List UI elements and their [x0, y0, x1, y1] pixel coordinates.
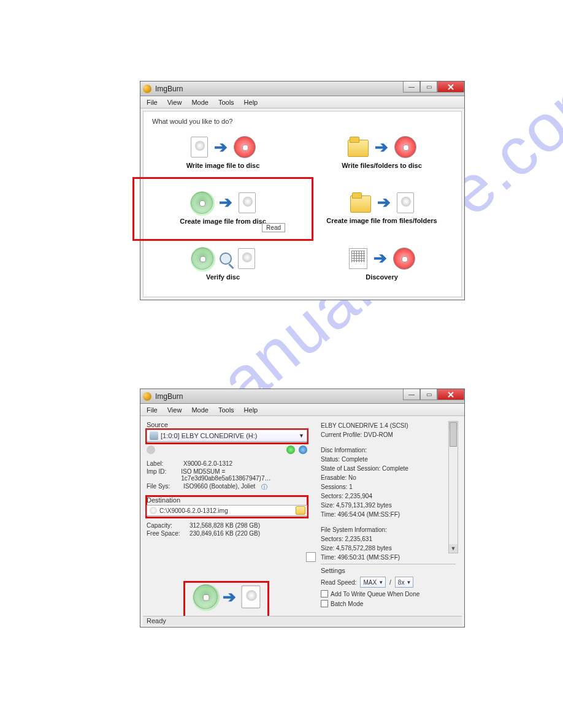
eject-icon[interactable] — [147, 446, 155, 454]
maximize-button[interactable]: ▭ — [420, 389, 437, 400]
close-icon — [448, 84, 454, 90]
mode-label: Write files/folders to disc — [342, 162, 422, 169]
start-read-button[interactable]: ➔ — [147, 586, 307, 608]
browse-button[interactable] — [296, 506, 305, 515]
capacity-key: Capacity: — [147, 522, 186, 529]
freespace-key: Free Space: — [147, 530, 186, 537]
info-status: Status: Complete — [321, 455, 456, 464]
info-fs-time: Time: 496:50:31 (MM:SS:FF) — [321, 553, 456, 562]
arrow-icon: ➔ — [219, 193, 232, 212]
app-icon — [143, 85, 151, 93]
client-area: What would you like to do? ➔ Write image… — [143, 111, 462, 297]
window-title: ImgBurn — [155, 392, 183, 401]
info-drive: ELBY CLONEDRIVE 1.4 (SCSI) — [321, 421, 456, 430]
magnify-icon — [220, 252, 232, 265]
mode-label: Create image file from disc — [180, 218, 266, 225]
info-disc-header: Disc Information: — [321, 446, 456, 455]
grid-icon — [349, 248, 367, 269]
capacity-value: 312,568,828 KB (298 GB) — [190, 522, 260, 529]
batch-mode-checkbox[interactable]: Batch Mode — [321, 600, 456, 607]
drive-info: ELBY CLONEDRIVE 1.4 (SCSI) Current Profi… — [321, 421, 456, 562]
maximize-button[interactable]: ▭ — [420, 82, 437, 93]
menu-help[interactable]: Help — [240, 99, 262, 106]
arrow-icon: ➔ — [375, 138, 388, 157]
settings-group: Settings Read Speed: MAX▼ / 8x▼ Add To W… — [321, 564, 456, 607]
mode-create-image-from-files[interactable]: ➔ Create image file from files/folders — [302, 181, 461, 237]
arrow-icon: ➔ — [214, 138, 228, 157]
folder-icon — [350, 195, 371, 213]
mode-verify-disc[interactable]: Verify disc — [144, 236, 302, 292]
prompt-text: What would you like to do? — [144, 112, 461, 125]
imgburn-ezmode-window: ImgBurn — ▭ File View Mode Tools Help Wh… — [140, 81, 465, 300]
info-size: Size: 4,579,131,392 bytes — [321, 501, 456, 510]
chevron-down-icon: ▼ — [406, 580, 411, 585]
read-speed-select[interactable]: MAX▼ — [360, 577, 386, 588]
add-to-queue-checkbox[interactable]: Add To Write Queue When Done — [321, 590, 456, 597]
menu-mode[interactable]: Mode — [188, 99, 212, 106]
label-value: X9000-6.2.0-1312 — [183, 460, 232, 467]
disc-icon — [393, 248, 415, 270]
slash-label: / — [389, 579, 391, 586]
mode-label: Write image file to disc — [186, 162, 260, 169]
source-label: Source — [147, 421, 307, 428]
app-icon — [143, 392, 151, 401]
info-profile: Current Profile: DVD-ROM — [321, 430, 456, 439]
close-icon — [448, 392, 454, 398]
freespace-value: 230,849,616 KB (220 GB) — [190, 530, 260, 537]
close-button[interactable] — [437, 82, 464, 93]
image-file-icon — [242, 585, 261, 608]
disc-icon — [150, 507, 157, 514]
notes-button[interactable] — [306, 552, 316, 562]
menu-tools[interactable]: Tools — [215, 406, 238, 414]
titlebar[interactable]: ImgBurn — ▭ — [140, 389, 464, 404]
menu-tools[interactable]: Tools — [215, 99, 238, 106]
mode-label: Create image file from files/folders — [326, 217, 437, 224]
retries-select[interactable]: 8x▼ — [395, 577, 414, 588]
arrow-icon: ➔ — [373, 249, 387, 268]
scroll-thumb[interactable] — [450, 422, 457, 447]
mode-discovery[interactable]: ➔ Discovery — [302, 236, 461, 292]
info-fs-header: File System Information: — [321, 525, 456, 534]
disc-icon — [191, 192, 213, 214]
menu-view[interactable]: View — [164, 99, 186, 106]
titlebar[interactable]: ImgBurn — ▭ — [140, 82, 464, 96]
client-area: Source [1:0:0] ELBY CLONEDRIVE (H:) ▼ La… — [143, 419, 462, 615]
menu-view[interactable]: View — [164, 406, 186, 414]
arrow-icon: ➔ — [377, 193, 391, 212]
mode-write-files-to-disc[interactable]: ➔ Write files/folders to disc — [302, 125, 461, 181]
impid-value: ISO MD5SUM = 1c7e3d90ab8e5a613867947)7… — [181, 468, 307, 482]
image-file-icon — [238, 248, 255, 269]
destination-path-field[interactable]: C:\X9000-6.2.0-1312.img — [147, 505, 307, 516]
minimize-button[interactable]: — — [403, 82, 420, 93]
checkbox-icon — [321, 600, 328, 607]
info-fs-sectors: Sectors: 2,235,631 — [321, 534, 456, 544]
disc-icon — [394, 136, 416, 158]
menu-file[interactable]: File — [143, 99, 161, 106]
info-icon[interactable]: ⓘ — [261, 483, 267, 491]
info-fs-size: Size: 4,578,572,288 bytes — [321, 544, 456, 553]
destination-path-value: C:\X9000-6.2.0-1312.img — [159, 507, 228, 514]
mode-label: Verify disc — [206, 273, 240, 281]
source-drive-combo[interactable]: [1:0:0] ELBY CLONEDRIVE (H:) ▼ — [147, 430, 307, 442]
scroll-down-icon[interactable]: ▼ — [449, 544, 458, 553]
menu-help[interactable]: Help — [240, 406, 262, 414]
disc-icon — [191, 248, 213, 270]
close-button[interactable] — [437, 389, 464, 400]
info-scrollbar[interactable]: ▲ ▼ — [448, 421, 458, 553]
disc-icon — [234, 136, 256, 158]
impid-key: Imp ID: — [147, 468, 177, 482]
media-info-icon[interactable] — [299, 446, 307, 454]
menu-file[interactable]: File — [143, 406, 161, 414]
mode-write-image-to-disc[interactable]: ➔ Write image file to disc — [144, 125, 302, 181]
info-sectors: Sectors: 2,235,904 — [321, 491, 456, 501]
image-file-icon — [397, 192, 414, 213]
mode-create-image-from-disc[interactable]: ➔ Create image file from disc Read — [144, 181, 302, 237]
info-sessions: Sessions: 1 — [321, 482, 456, 491]
refresh-icon[interactable] — [286, 446, 295, 454]
settings-label: Settings — [321, 567, 456, 574]
tooltip-read: Read — [262, 223, 285, 232]
filesys-key: File Sys: — [147, 483, 180, 491]
minimize-button[interactable]: — — [403, 389, 420, 400]
menu-mode[interactable]: Mode — [188, 406, 212, 414]
read-speed-label: Read Speed: — [321, 579, 356, 586]
